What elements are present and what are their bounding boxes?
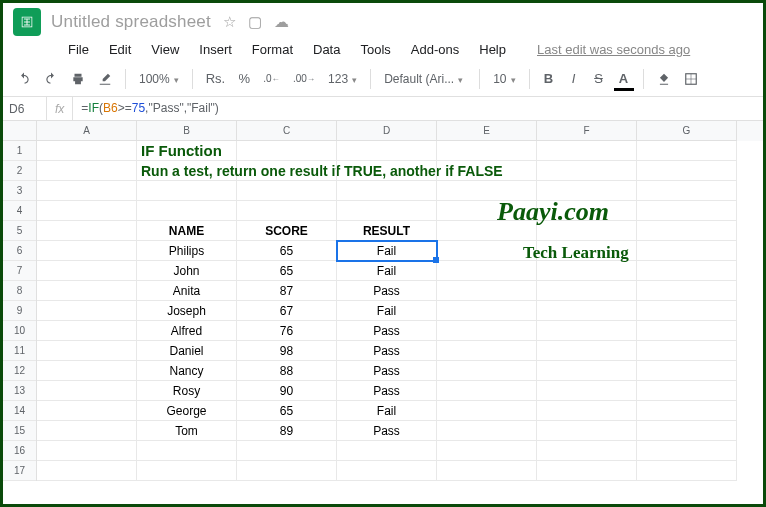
last-edit-link[interactable]: Last edit was seconds ago	[537, 42, 690, 57]
cell-F9[interactable]	[537, 301, 637, 321]
cell-F15[interactable]	[537, 421, 637, 441]
row-header[interactable]: 10	[3, 321, 36, 341]
cell-G11[interactable]	[637, 341, 737, 361]
cell-C3[interactable]	[237, 181, 337, 201]
cell-D8[interactable]: Pass	[337, 281, 437, 301]
row-header[interactable]: 13	[3, 381, 36, 401]
cell-B9[interactable]: Joseph	[137, 301, 237, 321]
cell-C9[interactable]: 67	[237, 301, 337, 321]
cell-D16[interactable]	[337, 441, 437, 461]
cell-B11[interactable]: Daniel	[137, 341, 237, 361]
cell-D15[interactable]: Pass	[337, 421, 437, 441]
cell-D17[interactable]	[337, 461, 437, 481]
cell-B7[interactable]: John	[137, 261, 237, 281]
cell-G9[interactable]	[637, 301, 737, 321]
paint-format-button[interactable]	[94, 69, 116, 89]
cell-E14[interactable]	[437, 401, 537, 421]
cell-G1[interactable]	[637, 141, 737, 161]
cell-E2[interactable]	[437, 161, 537, 181]
cell-A11[interactable]	[37, 341, 137, 361]
row-header[interactable]: 15	[3, 421, 36, 441]
cell-D10[interactable]: Pass	[337, 321, 437, 341]
row-header[interactable]: 6	[3, 241, 36, 261]
cell-G2[interactable]	[637, 161, 737, 181]
cell-G7[interactable]	[637, 261, 737, 281]
borders-button[interactable]	[680, 69, 702, 89]
row-header[interactable]: 5	[3, 221, 36, 241]
cell-A16[interactable]	[37, 441, 137, 461]
cell-A7[interactable]	[37, 261, 137, 281]
cell-B5[interactable]: NAME	[137, 221, 237, 241]
cell-A4[interactable]	[37, 201, 137, 221]
cell-D2[interactable]	[337, 161, 437, 181]
decrease-decimal-button[interactable]: .0←	[259, 70, 284, 87]
cell-G4[interactable]	[637, 201, 737, 221]
cell-A6[interactable]	[37, 241, 137, 261]
cell-C11[interactable]: 98	[237, 341, 337, 361]
cells-area[interactable]: IF FunctionRun a test, return one result…	[37, 141, 763, 481]
cell-B3[interactable]	[137, 181, 237, 201]
name-box[interactable]: D6	[3, 97, 47, 120]
col-header[interactable]: C	[237, 121, 337, 141]
cell-B13[interactable]: Rosy	[137, 381, 237, 401]
cell-A1[interactable]	[37, 141, 137, 161]
move-icon[interactable]: ▢	[248, 13, 262, 31]
cell-C2[interactable]	[237, 161, 337, 181]
cell-C8[interactable]: 87	[237, 281, 337, 301]
row-header[interactable]: 11	[3, 341, 36, 361]
zoom-dropdown[interactable]: 100%	[135, 70, 183, 88]
cell-F1[interactable]	[537, 141, 637, 161]
menu-tools[interactable]: Tools	[351, 40, 399, 59]
cell-B15[interactable]: Tom	[137, 421, 237, 441]
menu-edit[interactable]: Edit	[100, 40, 140, 59]
cell-D11[interactable]: Pass	[337, 341, 437, 361]
row-header[interactable]: 14	[3, 401, 36, 421]
cell-A13[interactable]	[37, 381, 137, 401]
cell-C10[interactable]: 76	[237, 321, 337, 341]
percent-button[interactable]: %	[234, 68, 254, 89]
cell-C6[interactable]: 65	[237, 241, 337, 261]
cell-D3[interactable]	[337, 181, 437, 201]
row-header[interactable]: 1	[3, 141, 36, 161]
document-title[interactable]: Untitled spreadsheet	[51, 12, 211, 31]
cell-E7[interactable]	[437, 261, 537, 281]
cell-G12[interactable]	[637, 361, 737, 381]
star-icon[interactable]: ☆	[223, 13, 236, 31]
menu-format[interactable]: Format	[243, 40, 302, 59]
formula-input[interactable]: =IF(B6>=75,"Pass","Fail")	[73, 101, 227, 116]
cell-C16[interactable]	[237, 441, 337, 461]
font-size-dropdown[interactable]: 10	[489, 70, 519, 88]
text-color-button[interactable]: A	[614, 68, 634, 89]
cell-F17[interactable]	[537, 461, 637, 481]
cell-B2[interactable]: Run a test, return one result if TRUE, a…	[137, 161, 237, 181]
cell-B12[interactable]: Nancy	[137, 361, 237, 381]
cell-C17[interactable]	[237, 461, 337, 481]
cell-E13[interactable]	[437, 381, 537, 401]
cell-G8[interactable]	[637, 281, 737, 301]
cell-F14[interactable]	[537, 401, 637, 421]
cell-G13[interactable]	[637, 381, 737, 401]
cell-F12[interactable]	[537, 361, 637, 381]
cell-A15[interactable]	[37, 421, 137, 441]
cell-E15[interactable]	[437, 421, 537, 441]
cell-D1[interactable]	[337, 141, 437, 161]
cell-C4[interactable]	[237, 201, 337, 221]
cell-F16[interactable]	[537, 441, 637, 461]
col-header[interactable]: G	[637, 121, 737, 141]
row-header[interactable]: 9	[3, 301, 36, 321]
cell-F13[interactable]	[537, 381, 637, 401]
cell-D4[interactable]	[337, 201, 437, 221]
cell-G10[interactable]	[637, 321, 737, 341]
row-header[interactable]: 7	[3, 261, 36, 281]
cell-D14[interactable]: Fail	[337, 401, 437, 421]
cell-F7[interactable]	[537, 261, 637, 281]
cell-A3[interactable]	[37, 181, 137, 201]
cell-E17[interactable]	[437, 461, 537, 481]
select-all-corner[interactable]	[3, 121, 37, 141]
cell-A5[interactable]	[37, 221, 137, 241]
cell-G15[interactable]	[637, 421, 737, 441]
cell-F2[interactable]	[537, 161, 637, 181]
col-header[interactable]: F	[537, 121, 637, 141]
cell-G16[interactable]	[637, 441, 737, 461]
italic-button[interactable]: I	[564, 68, 584, 89]
